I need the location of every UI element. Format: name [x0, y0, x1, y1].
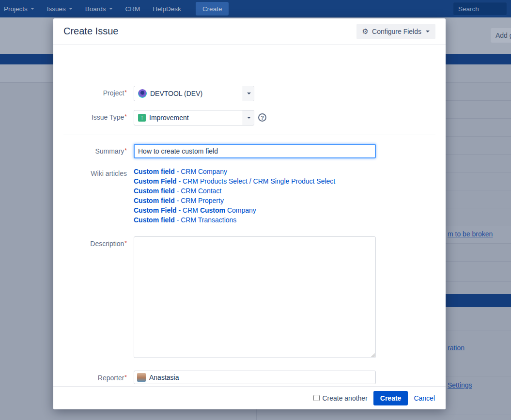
dialog-footer: Create another Create Cancel	[53, 386, 446, 409]
wiki-article-link[interactable]: Custom Field - CRM Products Select / CRM…	[134, 176, 335, 186]
project-label: Project	[53, 86, 127, 101]
chevron-down-icon	[426, 31, 430, 32]
summary-label: Summary	[53, 144, 127, 158]
wiki-article-text: - CRM	[177, 206, 200, 214]
background-link-broken[interactable]: m to be broken	[448, 230, 493, 238]
chevron-down-icon	[69, 8, 73, 10]
nav-projects-label: Projects	[4, 5, 28, 13]
create-another-checkbox[interactable]	[313, 395, 320, 401]
nav-helpdesk-label: HelpDesk	[153, 5, 181, 13]
project-select-value: DEVTOOL (DEV)	[134, 86, 243, 101]
nav-crm-label: CRM	[125, 5, 140, 13]
dialog-title: Create Issue	[63, 26, 118, 37]
issue-type-select[interactable]: ↑ Improvement	[134, 110, 254, 125]
nav-issues-label: Issues	[47, 5, 66, 13]
nav-boards[interactable]: Boards	[85, 5, 113, 13]
wiki-article-text: Custom field	[134, 216, 175, 224]
search-input[interactable]	[453, 2, 507, 16]
description-textarea[interactable]	[134, 236, 376, 358]
project-value-text: DEVTOOL (DEV)	[150, 90, 202, 97]
improvement-type-icon: ↑	[138, 114, 146, 122]
wiki-article-text: - CRM Transactions	[175, 216, 237, 224]
background-link-ration[interactable]: ration	[448, 344, 465, 352]
wiki-article-link[interactable]: Custom field - CRM Company	[134, 167, 335, 176]
search-box	[453, 2, 507, 16]
project-dropdown-arrow[interactable]	[243, 86, 254, 101]
issue-type-value-text: Improvement	[149, 114, 189, 122]
reporter-input[interactable]: Anastasia	[134, 371, 376, 384]
nav-helpdesk[interactable]: HelpDesk	[153, 5, 181, 13]
issue-type-label: Issue Type	[53, 110, 127, 125]
wiki-article-text: - CRM Company	[175, 168, 227, 175]
wiki-article-link[interactable]: Custom field - CRM Property	[134, 196, 335, 205]
wiki-article-text: - CRM Products Select / CRM Single Produ…	[177, 177, 336, 185]
wiki-article-text: Custom field	[134, 168, 175, 175]
chevron-down-icon	[109, 8, 113, 10]
chevron-down-icon	[31, 8, 34, 10]
nav-issues[interactable]: Issues	[47, 5, 73, 13]
project-field-row: Project DEVTOOL (DEV)	[53, 86, 254, 101]
nav-projects[interactable]: Projects	[4, 5, 34, 13]
wiki-article-text: Custom field	[134, 187, 175, 195]
dialog-header: Create Issue ⚙ Configure Fields	[53, 18, 446, 45]
background-link-settings[interactable]: Settings	[448, 381, 472, 389]
project-select[interactable]: DEVTOOL (DEV)	[134, 86, 254, 101]
wiki-article-text: Custom field	[134, 197, 175, 204]
wiki-articles-list: Custom field - CRM CompanyCustom Field -…	[134, 167, 335, 225]
wiki-article-text: Custom	[200, 206, 225, 214]
wiki-article-link[interactable]: Custom field - CRM Contact	[134, 186, 335, 196]
wiki-article-link[interactable]: Custom Field - CRM Custom Company	[134, 205, 335, 215]
wiki-article-text: - CRM Contact	[175, 187, 221, 195]
nav-boards-label: Boards	[85, 5, 106, 13]
gear-icon: ⚙	[362, 28, 369, 35]
top-navbar: Projects Issues Boards CRM HelpDesk Crea…	[0, 0, 511, 17]
configure-fields-label: Configure Fields	[372, 28, 421, 35]
wiki-article-text: Company	[225, 206, 256, 214]
summary-field-row: Summary	[53, 144, 376, 158]
issue-type-field-row: Issue Type ↑ Improvement ?	[53, 110, 266, 125]
configure-fields-button[interactable]: ⚙ Configure Fields	[356, 24, 435, 39]
add-gadget-button[interactable]: Add g	[491, 28, 511, 43]
description-field-row: Description	[53, 236, 376, 359]
create-another-label: Create another	[322, 394, 367, 402]
create-button[interactable]: Create	[373, 391, 408, 405]
wiki-article-link[interactable]: Custom field - CRM Transactions	[134, 215, 335, 225]
issue-type-select-value: ↑ Improvement	[134, 110, 243, 125]
cancel-link[interactable]: Cancel	[414, 394, 435, 402]
project-avatar-icon	[138, 89, 147, 98]
section-divider	[63, 135, 435, 135]
wiki-articles-label: Wiki articles	[53, 167, 127, 225]
chevron-down-icon	[247, 93, 251, 94]
wiki-article-text: Custom Field	[134, 206, 177, 214]
create-issue-dialog: Create Issue ⚙ Configure Fields Project …	[53, 18, 446, 409]
issue-type-dropdown-arrow[interactable]	[243, 110, 254, 125]
reporter-avatar	[137, 373, 146, 382]
summary-input[interactable]	[134, 144, 376, 158]
create-another-option: Create another	[313, 394, 367, 402]
reporter-name-text: Anastasia	[149, 373, 179, 381]
dialog-body: Project DEVTOOL (DEV) Issue Type ↑ Impro…	[53, 45, 446, 386]
description-label: Description	[53, 236, 127, 359]
wiki-article-text: - CRM Property	[175, 197, 224, 204]
chevron-down-icon	[247, 117, 251, 119]
nav-create-button[interactable]: Create	[196, 2, 229, 16]
help-icon[interactable]: ?	[258, 113, 266, 122]
nav-crm[interactable]: CRM	[125, 5, 140, 13]
wiki-articles-row: Wiki articles Custom field - CRM Company…	[53, 167, 335, 225]
background-row	[257, 415, 511, 420]
wiki-article-text: Custom Field	[134, 177, 177, 185]
